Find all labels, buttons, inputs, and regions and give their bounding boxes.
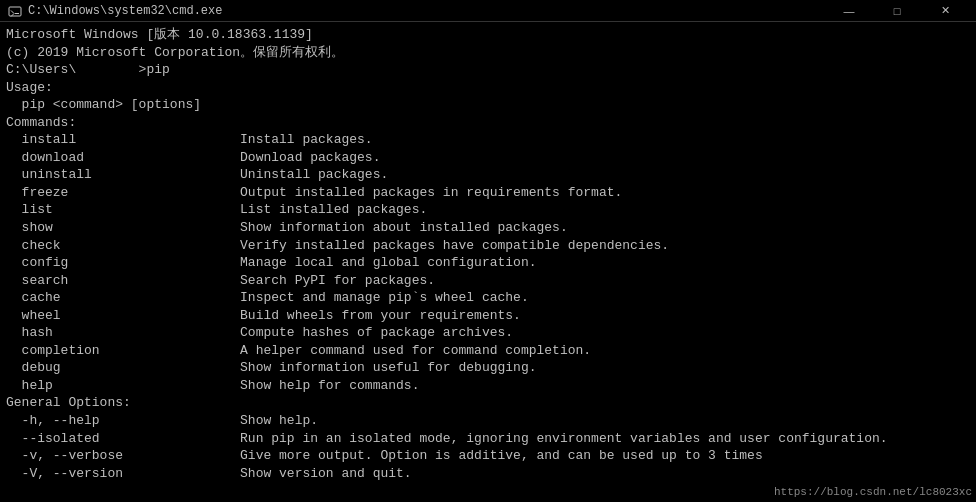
terminal-line: -h, --help Show help. — [6, 412, 970, 430]
terminal-line: freeze Output installed packages in requ… — [6, 184, 970, 202]
titlebar: C:\Windows\system32\cmd.exe — □ ✕ — [0, 0, 976, 22]
terminal-line: show Show information about installed pa… — [6, 219, 970, 237]
terminal-line: Usage: — [6, 79, 970, 97]
terminal-line: C:\Users\ >pip — [6, 61, 970, 79]
terminal-line: check Verify installed packages have com… — [6, 237, 970, 255]
app-icon — [8, 4, 22, 18]
terminal-line: help Show help for commands. — [6, 377, 970, 395]
close-button[interactable]: ✕ — [922, 0, 968, 22]
terminal-line: General Options: — [6, 394, 970, 412]
watermark: https://blog.csdn.net/lc8023xc — [774, 486, 972, 498]
window-title: C:\Windows\system32\cmd.exe — [28, 4, 826, 18]
terminal-line: config Manage local and global configura… — [6, 254, 970, 272]
terminal-line: download Download packages. — [6, 149, 970, 167]
terminal-line: Commands: — [6, 114, 970, 132]
terminal-line: (c) 2019 Microsoft Corporation。保留所有权利。 — [6, 44, 970, 62]
terminal-line: completion A helper command used for com… — [6, 342, 970, 360]
terminal-line: install Install packages. — [6, 131, 970, 149]
svg-rect-0 — [9, 7, 21, 16]
minimize-button[interactable]: — — [826, 0, 872, 22]
terminal-output: Microsoft Windows [版本 10.0.18363.1139](c… — [0, 22, 976, 502]
window-controls: — □ ✕ — [826, 0, 968, 22]
terminal-line: cache Inspect and manage pip`s wheel cac… — [6, 289, 970, 307]
terminal-line: -V, --version Show version and quit. — [6, 465, 970, 483]
maximize-button[interactable]: □ — [874, 0, 920, 22]
terminal-line: search Search PyPI for packages. — [6, 272, 970, 290]
terminal-line: pip <command> [options] — [6, 96, 970, 114]
terminal-line: list List installed packages. — [6, 201, 970, 219]
terminal-line: wheel Build wheels from your requirement… — [6, 307, 970, 325]
terminal-line: hash Compute hashes of package archives. — [6, 324, 970, 342]
terminal-line: --isolated Run pip in an isolated mode, … — [6, 430, 970, 448]
terminal-line: debug Show information useful for debugg… — [6, 359, 970, 377]
terminal-line: Microsoft Windows [版本 10.0.18363.1139] — [6, 26, 970, 44]
terminal-line: uninstall Uninstall packages. — [6, 166, 970, 184]
terminal-line: -v, --verbose Give more output. Option i… — [6, 447, 970, 465]
